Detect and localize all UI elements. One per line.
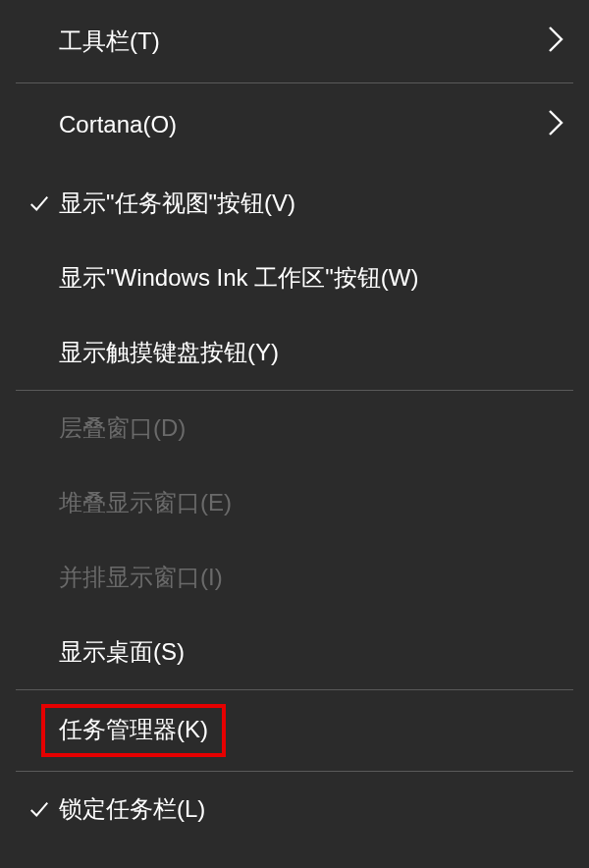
menu-item-label: 锁定任务栏(L) — [59, 793, 565, 825]
menu-item-label: 显示"Windows Ink 工作区"按钮(W) — [59, 262, 565, 294]
menu-item-label: 层叠窗口(D) — [59, 412, 565, 444]
menu-item-label: 显示触摸键盘按钮(Y) — [59, 337, 565, 368]
menu-item-label: 任务管理器(K) — [59, 704, 565, 757]
menu-item-label: 显示桌面(S) — [59, 636, 565, 668]
menu-item-side-by-side-windows: 并排显示窗口(I) — [0, 540, 589, 615]
menu-item-label: 工具栏(T) — [59, 26, 565, 57]
menu-item-show-ink-workspace[interactable]: 显示"Windows Ink 工作区"按钮(W) — [0, 241, 589, 315]
menu-item-stack-windows: 堆叠显示窗口(E) — [0, 465, 589, 540]
menu-item-lock-taskbar[interactable]: 锁定任务栏(L) — [0, 772, 589, 846]
taskbar-context-menu: 工具栏(T) Cortana(O) 显示"任务视图"按钮(V) 显示"Windo… — [0, 0, 589, 868]
menu-item-label: Cortana(O) — [59, 111, 565, 138]
menu-item-show-desktop[interactable]: 显示桌面(S) — [0, 615, 589, 689]
menu-item-cortana[interactable]: Cortana(O) — [0, 83, 589, 166]
highlight-box: 任务管理器(K) — [41, 704, 226, 757]
menu-item-show-task-view[interactable]: 显示"任务视图"按钮(V) — [0, 166, 589, 241]
chevron-right-icon — [546, 22, 565, 61]
menu-item-label: 显示"任务视图"按钮(V) — [59, 188, 565, 219]
checkmark-icon — [24, 798, 55, 820]
menu-item-task-manager[interactable]: 任务管理器(K) — [0, 690, 589, 771]
menu-item-label: 并排显示窗口(I) — [59, 562, 565, 593]
chevron-right-icon — [546, 105, 565, 144]
menu-item-label: 堆叠显示窗口(E) — [59, 487, 565, 518]
menu-item-show-touch-keyboard[interactable]: 显示触摸键盘按钮(Y) — [0, 315, 589, 390]
menu-item-cascade-windows: 层叠窗口(D) — [0, 391, 589, 465]
menu-item-toolbars[interactable]: 工具栏(T) — [0, 0, 589, 82]
menu-item-settings[interactable]: 设置(T) — [0, 846, 589, 868]
checkmark-icon — [24, 192, 55, 214]
